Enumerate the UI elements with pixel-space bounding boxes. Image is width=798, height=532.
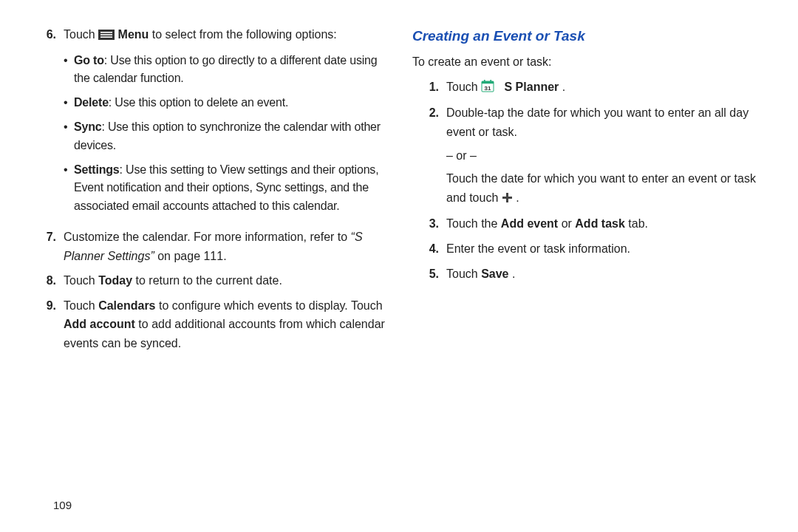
bullet-settings: Settings: Use this setting to View setti… [64, 161, 386, 216]
step-number: 5. [412, 265, 446, 284]
step-text: Touch [446, 267, 481, 280]
section-heading: Creating an Event or Task [412, 28, 768, 44]
step-number: 2. [412, 103, 446, 208]
step-text: Touch the date for which you want to ent… [446, 172, 756, 204]
step-text: . [516, 191, 519, 204]
step-number: 4. [412, 239, 446, 259]
step-body: Customize the calendar. For more informa… [64, 228, 386, 265]
step-number: 9. [30, 296, 64, 353]
svg-rect-6 [484, 80, 485, 82]
step-text: . [562, 81, 565, 93]
s-planner-label: S Planner [505, 81, 559, 93]
step-2: 2. Double-tap the date for which you wan… [412, 103, 768, 208]
bullet-text: : Use this option to go directly to a di… [74, 54, 377, 85]
right-column: Creating an Event or Task To create an e… [399, 25, 768, 532]
plus-icon [502, 190, 513, 209]
step-body: Touch 31 S Planner . [446, 78, 768, 98]
bullet-label: Delete [74, 96, 109, 109]
bullet-text: : Use this option to delete an event. [109, 96, 288, 109]
step-body: Touch Save . [446, 265, 768, 284]
step-text: Enter the event or task information. [446, 242, 630, 255]
step-4: 4. Enter the event or task information. [412, 239, 768, 259]
step-1: 1. Touch 31 S Planner . [412, 78, 768, 98]
add-event-label: Add event [501, 217, 558, 230]
step-7: 7. Customize the calendar. For more info… [30, 228, 386, 265]
step-8: 8. Touch Today to return to the current … [30, 271, 386, 290]
step-text: Touch the [446, 217, 501, 230]
step-text: Customize the calendar. For more informa… [64, 231, 351, 243]
step-text: Touch [446, 81, 481, 93]
left-steps-list: 6. Touch Menu to select from the followi… [30, 25, 386, 353]
section-intro: To create an event or task: [412, 53, 768, 72]
step-text: to return to the current date. [136, 274, 282, 287]
step-body: Touch Today to return to the current dat… [64, 271, 386, 290]
step-3: 3. Touch the Add event or Add task tab. [412, 214, 768, 233]
calendar-icon: 31 [481, 79, 494, 98]
menu-label: Menu [118, 28, 149, 41]
svg-rect-3 [100, 36, 112, 38]
step-number: 7. [30, 228, 64, 265]
svg-text:31: 31 [485, 84, 491, 91]
step-text: to configure which events to display. To… [159, 299, 383, 312]
step-text: Double-tap the date for which you want t… [446, 103, 768, 141]
step-text: or [562, 217, 576, 230]
step-body: Touch the Add event or Add task tab. [446, 214, 768, 233]
bullet-label: Settings [74, 163, 120, 176]
save-label: Save [481, 267, 508, 280]
step-text: tab. [628, 217, 648, 230]
step-text-alt: Touch the date for which you want to ent… [446, 169, 768, 208]
page-number: 109 [53, 499, 72, 511]
bullet-text: : Use this setting to View settings and … [74, 163, 378, 213]
menu-options-list: Go to: Use this option to go directly to… [64, 52, 386, 216]
svg-rect-7 [491, 80, 492, 82]
step-body: Double-tap the date for which you want t… [446, 103, 768, 208]
step-6: 6. Touch Menu to select from the followi… [30, 25, 386, 222]
step-text: to select from the following options: [152, 28, 337, 41]
add-task-label: Add task [575, 217, 625, 230]
step-number: 3. [412, 214, 446, 233]
bullet-goto: Go to: Use this option to go directly to… [64, 52, 386, 89]
step-9: 9. Touch Calendars to configure which ev… [30, 296, 386, 353]
add-account-label: Add account [64, 318, 135, 330]
calendars-label: Calendars [98, 299, 155, 312]
step-number: 8. [30, 271, 64, 290]
bullet-delete: Delete: Use this option to delete an eve… [64, 94, 386, 112]
svg-rect-2 [100, 34, 112, 35]
bullet-text: : Use this option to synchronize the cal… [74, 120, 381, 151]
step-text: Touch [64, 274, 98, 287]
svg-rect-1 [100, 32, 112, 33]
bullet-sync: Sync: Use this option to synchronize the… [64, 118, 386, 155]
step-number: 1. [412, 78, 446, 98]
step-number: 6. [30, 25, 64, 222]
step-body: Touch Calendars to configure which event… [64, 296, 386, 353]
step-body: Touch Menu to select from the following … [64, 25, 386, 222]
left-column: 6. Touch Menu to select from the followi… [30, 25, 399, 532]
step-5: 5. Touch Save . [412, 265, 768, 284]
step-text: . [512, 267, 515, 280]
menu-icon [98, 27, 115, 46]
step-text: on page 111. [157, 250, 226, 262]
svg-rect-5 [482, 81, 494, 83]
bullet-label: Go to [74, 54, 104, 66]
step-body: Enter the event or task information. [446, 239, 768, 259]
bullet-label: Sync [74, 120, 101, 133]
step-text: Touch [64, 299, 98, 312]
manual-page: 6. Touch Menu to select from the followi… [0, 0, 798, 532]
today-label: Today [98, 274, 132, 287]
or-divider: – or – [446, 146, 768, 166]
step-text: Touch [64, 28, 98, 41]
right-steps-list: 1. Touch 31 S Planner . [412, 78, 768, 283]
svg-rect-10 [502, 197, 512, 199]
